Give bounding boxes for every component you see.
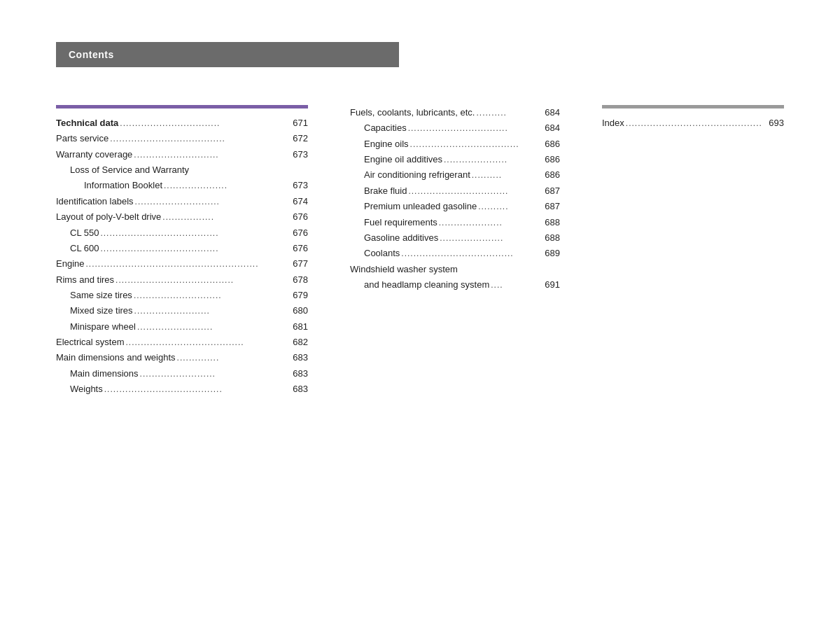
list-item: Premium unleaded gasoline .......... 687 [350,199,560,214]
entry-label: Mixed size tires [56,303,133,318]
entry-page: 671 [288,115,308,131]
entry-page: 679 [288,288,308,303]
list-item: Information Booklet ....................… [56,178,308,193]
col3: Index ..................................… [602,105,784,397]
entry-label: Warranty coverage [56,147,132,162]
entry-label: CL 600 [56,241,99,256]
entry-label: Coolants [350,246,400,261]
entry-label: Layout of poly-V-belt drive [56,209,161,225]
entry-label: Parts service [56,131,108,146]
entry-label: Rims and tires [56,272,114,288]
entry-page: 693 [764,115,784,131]
list-item: Fuel requirements ..................... … [350,215,560,230]
entry-page: 691 [540,277,560,293]
entry-page: 672 [288,131,308,146]
list-item: Rims and tires .........................… [56,272,308,288]
entry-page: 676 [288,241,308,256]
list-item: Weights ................................… [56,382,308,397]
list-item: Capacities .............................… [350,120,560,136]
entry-page: 683 [288,366,308,382]
list-item: Fuels, coolants, lubricants, etc. ......… [350,105,560,120]
list-item: Same size tires ........................… [56,288,308,303]
entry-page: 676 [288,209,308,225]
entry-page: 680 [288,303,308,318]
entry-label: CL 550 [56,225,99,241]
entry-label: Engine oils [350,136,409,152]
entry-label: Weights [56,382,103,397]
entry-label: and headlamp cleaning system [350,277,489,293]
entry-label: Same size tires [56,288,132,303]
entry-label: Engine [56,256,84,272]
entry-label: Fuels, coolants, lubricants, etc. [350,105,475,120]
content-area: Technical data .........................… [56,105,784,397]
entry-page: 673 [288,178,308,193]
list-item: Coolants ...............................… [350,246,560,261]
list-item: Loss of Service and Warranty [56,162,308,178]
list-item: Engine oil additives ...................… [350,152,560,167]
entry-page: 684 [540,105,560,120]
entry-label: Windshield washer system [350,262,560,277]
col1: Technical data .........................… [56,105,308,397]
entry-page: 681 [288,319,308,335]
list-item: Warranty coverage ......................… [56,147,308,162]
list-item: Engine .................................… [56,256,308,272]
entry-label: Main dimensions [56,366,139,382]
entry-page: 686 [540,152,560,167]
list-item: Parts service ..........................… [56,131,308,146]
entry-page: 673 [288,147,308,162]
entry-page: 688 [540,230,560,246]
entry-label: Information Booklet [56,178,162,193]
list-item: Windshield washer system and headlamp cl… [350,262,560,293]
entry-page: 687 [540,183,560,199]
list-item: Brake fluid ............................… [350,183,560,199]
entry-label: Loss of Service and Warranty [56,162,189,178]
list-item: Minispare wheel ........................… [56,319,308,335]
entry-label: Brake fluid [350,183,407,199]
entry-page: 674 [288,194,308,209]
list-item: Engine oils ............................… [350,136,560,152]
entry-label: Technical data [56,115,118,131]
header-bar: Contents [56,42,399,67]
list-item: Main dimensions ........................… [56,366,308,382]
list-item: Air conditioning refrigerant .......... … [350,167,560,183]
entry-label: Engine oil additives [350,152,442,167]
list-item: CL 600 .................................… [56,241,308,256]
list-item: CL 550 .................................… [56,225,308,241]
entry-label: Fuel requirements [350,215,438,230]
entry-page: 689 [540,246,560,261]
list-item: Identification labels ..................… [56,194,308,209]
entry-page: 677 [288,256,308,272]
col1-accent-bar [56,105,308,108]
entry-page: 683 [288,350,308,365]
entry-page: 682 [288,335,308,350]
list-item: Index ..................................… [602,115,784,131]
entry-label: Index [602,115,624,131]
header-title: Contents [69,49,114,60]
list-item: Technical data .........................… [56,115,308,131]
col2: Fuels, coolants, lubricants, etc. ......… [350,105,560,397]
entry-page: 683 [288,382,308,397]
entry-label: Gasoline additives [350,230,438,246]
entry-label: Main dimensions and weights [56,350,176,365]
list-item: Layout of poly-V-belt drive ............… [56,209,308,225]
page-wrapper: Contents Technical data ................… [0,0,840,630]
entry-page: 688 [540,215,560,230]
entry-label: Minispare wheel [56,319,136,335]
list-item: Main dimensions and weights ............… [56,350,308,365]
list-item: Electrical system ......................… [56,335,308,350]
col3-accent-bar [602,105,784,108]
entry-label: Capacities [350,120,407,136]
entry-page: 684 [540,120,560,136]
entry-label: Identification labels [56,194,134,209]
entry-page: 678 [288,272,308,288]
entry-page: 686 [540,167,560,183]
entry-label: Premium unleaded gasoline [350,199,477,214]
entry-page: 687 [540,199,560,214]
entry-page: 676 [288,225,308,241]
entry-page: 686 [540,136,560,152]
entry-label: Electrical system [56,335,125,350]
list-item: Mixed size tires .......................… [56,303,308,318]
entry-label: Air conditioning refrigerant [350,167,470,183]
list-item: Gasoline additives .....................… [350,230,560,246]
